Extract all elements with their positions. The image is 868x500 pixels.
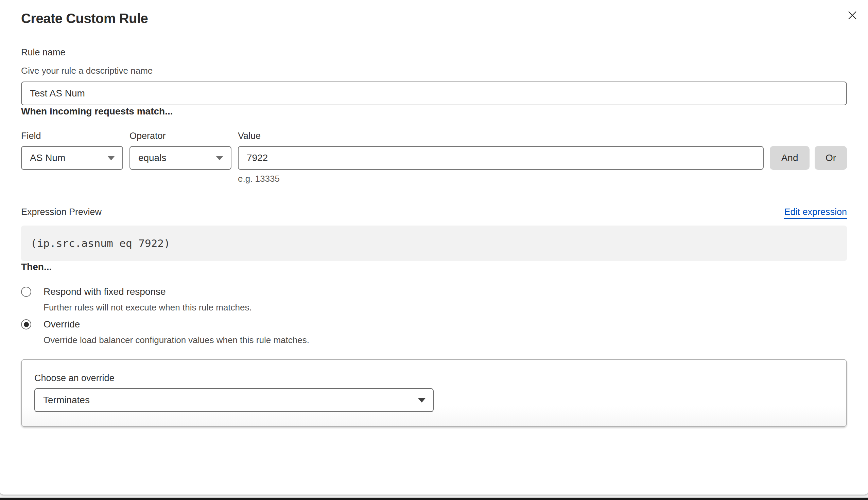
radio-override[interactable]: [21, 319, 31, 329]
operator-label: Operator: [129, 130, 238, 141]
dialog-title: Create Custom Rule: [21, 0, 847, 26]
override-panel: Choose an override Terminates: [21, 359, 847, 427]
or-button[interactable]: Or: [815, 146, 847, 170]
operator-select[interactable]: equals: [129, 146, 232, 170]
expression-code-block: (ip.src.asnum eq 7922): [21, 226, 847, 261]
radio-respond-helper: Further rules will not execute when this…: [44, 302, 847, 313]
rule-name-helper: Give your rule a descriptive name: [21, 65, 847, 76]
rule-name-label: Rule name: [21, 47, 847, 58]
value-label: Value: [238, 130, 261, 141]
radio-override-helper: Override load balancer configuration val…: [44, 334, 847, 345]
override-select[interactable]: Terminates: [34, 388, 434, 412]
expression-preview-label: Expression Preview: [21, 206, 102, 217]
chevron-down-icon: [216, 156, 223, 160]
match-heading: When incoming requests match...: [21, 105, 847, 117]
field-select[interactable]: AS Num: [21, 146, 123, 170]
create-custom-rule-dialog: Create Custom Rule Rule name Give your r…: [0, 0, 868, 495]
then-heading: Then...: [21, 261, 847, 273]
value-input[interactable]: [238, 146, 764, 170]
rule-name-input[interactable]: [21, 81, 847, 105]
override-select-value: Terminates: [43, 395, 90, 406]
radio-override-label[interactable]: Override: [44, 319, 80, 330]
field-label: Field: [21, 130, 129, 141]
chevron-down-icon: [108, 156, 115, 160]
field-select-value: AS Num: [30, 152, 65, 163]
operator-select-value: equals: [138, 152, 167, 163]
expression-code: (ip.src.asnum eq 7922): [31, 237, 170, 249]
override-label: Choose an override: [34, 373, 834, 384]
and-button[interactable]: And: [770, 146, 810, 170]
radio-respond-label[interactable]: Respond with fixed response: [44, 286, 166, 297]
chevron-down-icon: [418, 398, 426, 402]
value-hint: e.g. 13335: [238, 173, 847, 184]
page-bottom-strip: [0, 498, 868, 500]
edit-expression-link[interactable]: Edit expression: [784, 207, 847, 219]
radio-respond-fixed-response[interactable]: [21, 287, 31, 297]
